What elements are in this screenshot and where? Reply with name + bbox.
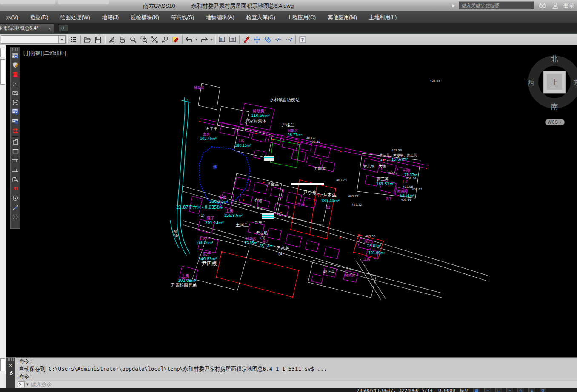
help-search-input[interactable] bbox=[459, 1, 534, 9]
red-brush-icon bbox=[243, 36, 250, 43]
wave-button[interactable] bbox=[11, 213, 20, 221]
compass-east[interactable]: 东 bbox=[574, 78, 577, 87]
help-button[interactable]: ? bbox=[297, 34, 308, 45]
docked-panel-button[interactable] bbox=[0, 59, 5, 85]
redline-button[interactable] bbox=[170, 34, 181, 45]
dots-button[interactable] bbox=[11, 80, 20, 88]
palette-item-zhu[interactable]: 注 bbox=[11, 126, 20, 135]
menu-engineering[interactable]: 工程应用(C) bbox=[281, 11, 322, 23]
red-brush-button[interactable] bbox=[241, 34, 251, 45]
grid-monitor-button[interactable] bbox=[227, 34, 238, 45]
chevron-down-icon[interactable]: ▼ bbox=[26, 383, 29, 386]
menu-qc-module[interactable]: 质检模块(K) bbox=[125, 11, 165, 23]
menu-feature-edit[interactable]: 地物编辑(A) bbox=[200, 11, 240, 23]
user-icon[interactable] bbox=[551, 2, 560, 9]
palette-grip[interactable] bbox=[12, 48, 19, 51]
view-cube[interactable]: 北 西 南 东 上 bbox=[527, 54, 577, 111]
osnap-toggle-icon[interactable]: ◇ bbox=[517, 388, 524, 392]
pan-button[interactable] bbox=[117, 34, 128, 45]
menu-data[interactable]: 数据(D) bbox=[24, 11, 54, 23]
map-label: 137.67m² bbox=[391, 158, 408, 162]
dashed-layers-button[interactable] bbox=[69, 34, 79, 45]
compass-north[interactable]: 北 bbox=[551, 54, 558, 63]
verify-pencil-button[interactable] bbox=[11, 61, 20, 69]
palette-item-zhong[interactable]: 重 bbox=[11, 70, 20, 79]
docked-panel-button[interactable] bbox=[0, 48, 5, 57]
new-tab-button[interactable]: + bbox=[59, 25, 68, 31]
code-select-button[interactable] bbox=[11, 108, 20, 116]
docked-panel-button[interactable] bbox=[0, 358, 5, 371]
zoom-window-button[interactable] bbox=[138, 34, 149, 45]
expand-arrow-icon[interactable]: ▶ bbox=[452, 3, 455, 8]
map-label: 181.40m² bbox=[321, 199, 340, 203]
save-button[interactable] bbox=[93, 34, 103, 45]
tab-close-icon[interactable]: × bbox=[47, 26, 52, 31]
undo-button[interactable] bbox=[184, 34, 194, 45]
undo-dropdown-icon[interactable]: ▼ bbox=[194, 34, 199, 45]
menu-cadastre[interactable]: 地籍(J) bbox=[96, 11, 125, 23]
move-cross-button[interactable] bbox=[251, 34, 262, 45]
close-icon[interactable]: ✕ bbox=[9, 363, 13, 368]
viewport-menu-toggle[interactable]: [-] bbox=[23, 50, 28, 57]
copy-circles-icon bbox=[264, 36, 271, 43]
drawing-canvas[interactable]: 永和镇畜防疫站辅助房110.66m²尹家村集体尹桂兰辅助房58.77m²尹学平主… bbox=[6, 45, 577, 357]
menu-check-import[interactable]: 检查入库(G) bbox=[240, 11, 281, 23]
double-line-button[interactable] bbox=[11, 156, 20, 165]
grid-toggle-icon[interactable]: ▦ bbox=[473, 388, 480, 392]
menu-contour[interactable]: 等高线(S) bbox=[165, 11, 200, 23]
active-document-tab[interactable]: 面积宗地图总6.4* × bbox=[0, 23, 54, 33]
layout-monitor-button[interactable] bbox=[217, 34, 227, 45]
app-name: 南方CASS10 bbox=[143, 2, 175, 10]
viewport-visual-style-control[interactable]: [二维线框] bbox=[43, 50, 66, 57]
selected-line[interactable] bbox=[291, 183, 324, 185]
menu-land-use[interactable]: 土地利用(L) bbox=[363, 11, 403, 23]
zoom-button[interactable] bbox=[128, 34, 138, 45]
range-select-button[interactable] bbox=[11, 117, 20, 125]
map-label: 403.56 bbox=[365, 235, 376, 238]
left-tool-palette: code 重 注 .91 bbox=[10, 47, 20, 229]
redo-dropdown-icon[interactable]: ▼ bbox=[209, 34, 214, 45]
redo-button[interactable] bbox=[199, 34, 209, 45]
lineweight-toggle-icon[interactable]: ≡ bbox=[528, 388, 535, 392]
copy-circles-button[interactable] bbox=[262, 34, 273, 45]
compass-south[interactable]: 南 bbox=[551, 102, 558, 111]
wrench-icon[interactable] bbox=[8, 371, 13, 377]
bed-button[interactable] bbox=[11, 175, 20, 184]
compass-west[interactable]: 西 bbox=[527, 78, 534, 87]
zoom-previous-icon bbox=[162, 36, 169, 43]
polar-toggle-icon[interactable]: ◔ bbox=[506, 388, 513, 392]
fence-button[interactable] bbox=[11, 98, 20, 107]
command-history[interactable]: 命令: 自动保存到 C:\Users\Administrator\appdata… bbox=[15, 358, 577, 388]
command-history-line: 命令: bbox=[15, 373, 577, 381]
polygon-button[interactable] bbox=[11, 138, 20, 146]
menu-other-apps[interactable]: 其他应用(M) bbox=[322, 11, 363, 23]
camera-rotate-button[interactable] bbox=[11, 89, 20, 97]
zoom-extents-button[interactable] bbox=[149, 34, 160, 45]
menu-display[interactable]: 示(V) bbox=[0, 11, 24, 23]
wcs-badge[interactable]: WCS ▼ bbox=[545, 119, 565, 125]
palette-item-num[interactable]: .91 bbox=[11, 185, 20, 193]
breakline2-button[interactable] bbox=[283, 34, 294, 45]
rectangle-button[interactable] bbox=[11, 147, 20, 156]
breakline-button[interactable] bbox=[273, 34, 283, 45]
viewport-view-control[interactable]: [俯视] bbox=[29, 50, 42, 57]
dock-grip[interactable] bbox=[8, 358, 14, 361]
circle-dot-button[interactable] bbox=[11, 194, 20, 202]
code-search-button[interactable]: code bbox=[11, 51, 20, 60]
pencil-slope-button[interactable] bbox=[106, 34, 117, 45]
chevron-down-icon[interactable]: ▼ bbox=[58, 36, 65, 43]
command-input-row[interactable]: >_ ▼ bbox=[15, 381, 577, 388]
workspace-gear-icon[interactable]: ⚙ bbox=[540, 388, 546, 392]
model-tab[interactable]: 模型 bbox=[460, 388, 469, 392]
layer-combobox[interactable]: ▼ bbox=[1, 35, 66, 44]
measure-arrow-button[interactable] bbox=[11, 203, 20, 212]
open-button[interactable] bbox=[82, 34, 93, 45]
binoculars-search-icon[interactable] bbox=[538, 2, 547, 9]
snap-toggle-icon[interactable]: ⋯ bbox=[484, 388, 491, 392]
zoom-previous-button[interactable] bbox=[160, 34, 170, 45]
menu-draw-process[interactable]: 绘图处理(W) bbox=[54, 11, 96, 23]
command-input[interactable] bbox=[30, 381, 577, 388]
ortho-toggle-icon[interactable]: ∟ bbox=[495, 388, 502, 392]
pillar-button[interactable] bbox=[11, 166, 20, 174]
login-button[interactable]: 登录 bbox=[563, 2, 574, 9]
